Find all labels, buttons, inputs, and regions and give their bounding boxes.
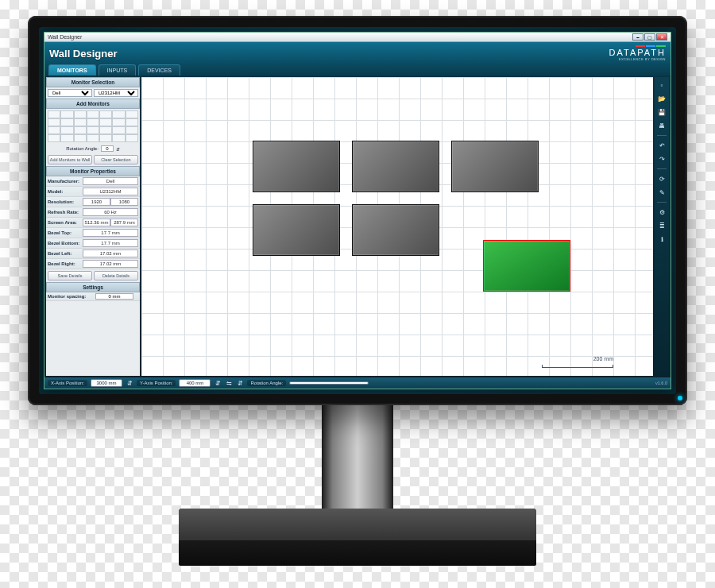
delete-details-button[interactable]: Delete Details bbox=[94, 271, 138, 280]
toolbar-separator bbox=[657, 202, 667, 203]
monitor-4[interactable] bbox=[253, 204, 340, 256]
brand-stripe-blue bbox=[646, 45, 655, 47]
app-body: Monitor Selection Dell U2312HM Add Monit… bbox=[44, 75, 671, 377]
monitor-5[interactable] bbox=[352, 204, 439, 256]
monitor-stand-base bbox=[179, 509, 536, 566]
close-button[interactable]: ✕ bbox=[656, 33, 667, 41]
prop-bezel-right-value: 17.02 mm bbox=[83, 260, 138, 268]
brand-stripe-red bbox=[636, 45, 645, 47]
rotation-stepper-icon[interactable]: ⇵ bbox=[116, 146, 120, 152]
app-window: Wall Designer ‒ ▢ ✕ Wall Designer DATAPA… bbox=[44, 32, 671, 389]
prop-model-value: U2312HM bbox=[83, 188, 138, 195]
minimize-button[interactable]: ‒ bbox=[632, 33, 644, 41]
prop-bezel-left-label: Bezel Left: bbox=[48, 251, 83, 256]
app-header: Wall Designer DATAPATH EXCELLENCE BY DES… bbox=[44, 42, 671, 64]
undo-icon[interactable]: ↶ bbox=[657, 141, 667, 150]
edit-icon[interactable]: ✎ bbox=[657, 188, 667, 197]
tab-monitors[interactable]: MONITORS bbox=[48, 64, 96, 75]
tab-devices[interactable]: DEVICES bbox=[138, 64, 180, 75]
y-position-value[interactable]: 400 mm bbox=[179, 379, 211, 387]
flip-h-icon[interactable]: ⇋ bbox=[225, 379, 233, 387]
monitor-1[interactable] bbox=[253, 141, 340, 192]
maximize-button[interactable]: ▢ bbox=[644, 33, 655, 41]
prop-resolution-h: 1080 bbox=[110, 198, 138, 206]
prop-model-label: Model: bbox=[48, 189, 83, 194]
monitor-spacing-input[interactable] bbox=[95, 293, 133, 300]
add-monitors-grid[interactable] bbox=[48, 110, 138, 142]
right-toolbar: ▫ 📂 💾 🖶 ↶ ↷ ⟳ ✎ ⚙ ≣ ℹ bbox=[655, 77, 669, 376]
toolbar-separator bbox=[657, 168, 667, 169]
scale-bar bbox=[542, 365, 613, 368]
brand-logo: DATAPATH EXCELLENCE BY DESIGN bbox=[609, 45, 666, 61]
new-icon[interactable]: ▫ bbox=[657, 80, 667, 90]
power-led-icon bbox=[678, 396, 682, 400]
window-titlebar: Wall Designer ‒ ▢ ✕ bbox=[44, 33, 671, 42]
toolbar-separator bbox=[657, 135, 667, 136]
monitor-stand-neck bbox=[322, 401, 393, 520]
flip-v-icon[interactable]: ⇵ bbox=[236, 379, 244, 387]
x-position-value[interactable]: 3000 mm bbox=[91, 379, 122, 387]
prop-refresh-label: Refresh Rate: bbox=[48, 210, 83, 215]
brand-name: DATAPATH bbox=[609, 48, 666, 57]
main-tabs: MONITORS INPUTS DEVICES bbox=[44, 64, 671, 75]
prop-resolution-label: Resolution: bbox=[48, 199, 83, 204]
save-icon[interactable]: 💾 bbox=[657, 107, 667, 117]
clear-selection-button[interactable]: Clear Selection bbox=[94, 155, 138, 164]
tab-inputs[interactable]: INPUTS bbox=[99, 64, 137, 75]
open-icon[interactable]: 📂 bbox=[657, 94, 667, 103]
prop-manufacturer-value: Dell bbox=[83, 177, 138, 185]
product-name: Wall Designer bbox=[49, 48, 117, 60]
sidebar: Monitor Selection Dell U2312HM Add Monit… bbox=[46, 77, 140, 376]
monitor-screen: Wall Designer ‒ ▢ ✕ Wall Designer DATAPA… bbox=[39, 27, 676, 394]
rotation-footer-label: Rotation Angle: bbox=[247, 380, 286, 386]
prop-screen-h: 287.9 mm bbox=[110, 219, 138, 226]
prop-screen-label: Screen Area: bbox=[48, 220, 83, 225]
prop-bezel-bottom-label: Bezel Bottom: bbox=[48, 241, 83, 246]
brand-tagline: EXCELLENCE BY DESIGN bbox=[609, 57, 666, 61]
prop-resolution-w: 1920 bbox=[83, 198, 110, 206]
prop-screen-w: 512.36 mm bbox=[83, 219, 110, 226]
monitor-spacing-label: Monitor spacing: bbox=[48, 294, 95, 299]
print-icon[interactable]: 🖶 bbox=[657, 121, 667, 130]
prop-refresh-value: 60 Hz bbox=[83, 208, 138, 216]
save-details-button[interactable]: Save Details bbox=[48, 271, 92, 280]
settings-header: Settings bbox=[46, 282, 140, 292]
add-monitors-to-wall-button[interactable]: Add Monitors to Wall bbox=[48, 155, 92, 164]
y-position-label: Y-Axis Position: bbox=[137, 380, 176, 386]
monitor-3[interactable] bbox=[451, 141, 539, 192]
window-title: Wall Designer bbox=[48, 34, 82, 40]
prop-bezel-left-value: 17.02 mm bbox=[83, 250, 138, 257]
rotate-icon[interactable]: ⟳ bbox=[657, 174, 667, 184]
rotation-footer-value[interactable] bbox=[289, 381, 369, 385]
monitor-selected[interactable] bbox=[483, 240, 570, 292]
redo-icon[interactable]: ↷ bbox=[657, 154, 667, 164]
add-monitors-header: Add Monitors bbox=[46, 99, 140, 109]
model-select[interactable]: U2312HM bbox=[94, 89, 138, 97]
monitor-frame: Wall Designer ‒ ▢ ✕ Wall Designer DATAPA… bbox=[28, 16, 687, 405]
version-label: v1.6.0 bbox=[655, 381, 667, 385]
layers-icon[interactable]: ≣ bbox=[657, 221, 667, 230]
x-position-label: X-Axis Position: bbox=[48, 380, 87, 386]
prop-bezel-bottom-value: 17.7 mm bbox=[83, 239, 138, 247]
rotation-input[interactable] bbox=[101, 145, 114, 152]
status-bar: X-Axis Position: 3000 mm ⇵ Y-Axis Positi… bbox=[44, 377, 671, 389]
y-stepper-icon[interactable]: ⇵ bbox=[214, 379, 222, 387]
settings-icon[interactable]: ⚙ bbox=[657, 207, 667, 217]
prop-bezel-right-label: Bezel Right: bbox=[48, 261, 83, 266]
monitor-2[interactable] bbox=[352, 141, 439, 192]
rotation-label: Rotation Angle: bbox=[66, 146, 99, 151]
prop-bezel-top-label: Bezel Top: bbox=[48, 230, 83, 235]
x-stepper-icon[interactable]: ⇵ bbox=[126, 379, 133, 387]
prop-manufacturer-label: Manufacturer: bbox=[48, 179, 83, 184]
prop-bezel-top-value: 17.7 mm bbox=[83, 229, 138, 237]
monitor-selection-header: Monitor Selection bbox=[46, 77, 140, 87]
design-canvas[interactable]: 200 mm bbox=[141, 77, 653, 376]
info-icon[interactable]: ℹ bbox=[657, 234, 667, 244]
monitor-properties-header: Monitor Properties bbox=[46, 166, 140, 176]
brand-stripe-green bbox=[656, 45, 666, 47]
brand-select[interactable]: Dell bbox=[48, 89, 92, 97]
scale-label: 200 mm bbox=[593, 356, 613, 362]
